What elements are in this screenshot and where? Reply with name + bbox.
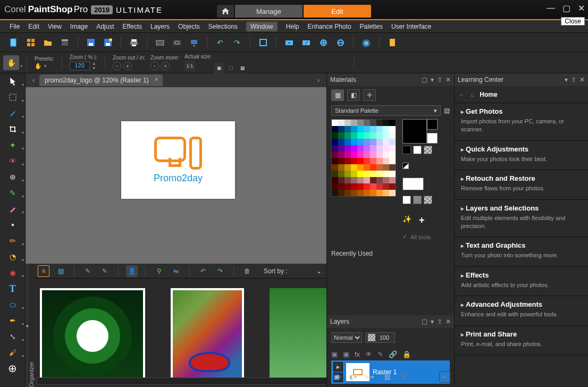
flood-fill-tool[interactable]: ◉▾ (5, 265, 21, 280)
panel-menu-icon[interactable]: ▾ (565, 76, 568, 83)
window-close-button[interactable]: ✕ (578, 3, 585, 13)
thumb-item[interactable] (40, 288, 145, 377)
instant-effects-button[interactable]: ◉ (360, 36, 373, 49)
org-people-button[interactable]: 👤 (126, 265, 138, 277)
swatch-cell[interactable] (345, 164, 351, 171)
swatch-cell[interactable] (370, 139, 376, 145)
color-swatch-grid[interactable] (331, 119, 396, 197)
org-share-button[interactable]: ⇋ (170, 265, 182, 277)
swatch-cell[interactable] (338, 126, 345, 132)
swatch-cell[interactable] (364, 145, 370, 152)
canvas-area[interactable]: Promo2day (26, 87, 326, 264)
swatch-cell[interactable] (376, 190, 383, 196)
bg-mini-1[interactable] (427, 119, 438, 130)
magic-wand-icon[interactable]: ✨ (402, 215, 411, 226)
zoom-out-sm-button[interactable]: − (113, 62, 121, 70)
org-auto-button[interactable]: ✎ (82, 265, 94, 277)
swatch-cell[interactable] (389, 164, 396, 171)
swatch-cell[interactable] (389, 190, 396, 196)
swatch-cell[interactable] (357, 183, 364, 190)
swatch-cell[interactable] (332, 132, 338, 139)
menu-adjust[interactable]: Adjust (96, 23, 114, 30)
swatch-cell[interactable] (332, 120, 338, 126)
swatch-cell[interactable] (357, 126, 364, 132)
swatch-cell[interactable] (383, 171, 389, 177)
add-tools-button[interactable]: ⊕ (5, 361, 21, 376)
bg-mini-2[interactable] (427, 133, 438, 144)
swatch-cell[interactable] (370, 126, 376, 132)
panel-pin-icon[interactable]: ⇧ (437, 318, 442, 325)
swatch-cell[interactable] (389, 152, 396, 158)
swatch-cell[interactable] (357, 164, 364, 171)
swatch-cell[interactable] (332, 164, 338, 171)
blend-mode-dropdown[interactable]: Normal (331, 332, 362, 343)
swatch-cell[interactable] (364, 139, 370, 145)
swatch-cell[interactable] (351, 190, 357, 196)
swatch-cell[interactable] (376, 171, 383, 177)
swatch-cell[interactable] (364, 158, 370, 164)
pointer-tool[interactable]: ▾ (5, 74, 21, 89)
swatch-cell[interactable] (351, 158, 357, 164)
swatch-cell[interactable] (370, 190, 376, 196)
maximize-workspace-button[interactable] (257, 36, 270, 49)
swatch-cell[interactable] (389, 158, 396, 164)
swatch-cell[interactable] (364, 126, 370, 132)
swatch-cell[interactable] (357, 158, 364, 164)
opacity-input[interactable] (375, 334, 390, 341)
swatch-cell[interactable] (338, 132, 345, 139)
redeye-tool[interactable]: 👁▾ (5, 154, 21, 169)
swatch-cell[interactable] (383, 158, 389, 164)
menu-user-interface[interactable]: User Interface (391, 23, 431, 30)
swatch-cell[interactable] (338, 120, 345, 126)
swatch-cell[interactable] (364, 120, 370, 126)
fit-screen-button[interactable]: ⬚ (225, 63, 236, 73)
fit-image-button[interactable]: ▦ (237, 63, 248, 73)
menu-layers[interactable]: Layers (150, 23, 170, 30)
learn-section[interactable]: Layers and SelectionsEdit multiple eleme… (455, 200, 588, 238)
zoom-more-in-button[interactable]: + (161, 62, 170, 70)
org-location-button[interactable]: ⚲ (153, 265, 165, 277)
swatch-cell[interactable] (383, 132, 389, 139)
zoom-pct-up[interactable]: ▲ (92, 61, 96, 66)
swatch-cell[interactable] (370, 171, 376, 177)
swap-colors-icon[interactable] (402, 163, 409, 169)
dropper-tool[interactable]: ▾ (5, 106, 21, 121)
swatch-transparent-2[interactable] (424, 196, 432, 204)
learn-section[interactable]: Print and SharePrint, e-mail, and share … (455, 326, 588, 355)
swatch-black[interactable] (402, 146, 411, 154)
camera-button[interactable] (171, 36, 183, 49)
zoom-out-button[interactable]: ⊖ (334, 36, 347, 49)
org-detail-view-button[interactable]: ▤ (55, 265, 66, 277)
swatch-cell[interactable] (351, 139, 357, 145)
swatch-cell[interactable] (332, 177, 338, 183)
panel-pin-icon[interactable]: ⇧ (437, 76, 442, 83)
tab-prev-button[interactable]: ‹ (28, 77, 39, 84)
workspace-edit-tab[interactable]: Edit (303, 4, 372, 18)
menu-view[interactable]: View (48, 23, 62, 30)
palette-dropdown[interactable]: Standard Palette▾ (331, 105, 441, 116)
sort-dropdown[interactable]: ⌄ (316, 267, 322, 275)
saveas-button[interactable] (102, 36, 114, 49)
org-tag-button[interactable]: ✎ (99, 265, 111, 277)
learn-section[interactable]: Retouch and RestoreRemove flaws from you… (455, 170, 588, 199)
swatch-cell[interactable] (332, 183, 338, 190)
swatch-cell[interactable] (364, 190, 370, 196)
document-tab[interactable]: promo2day_logo @ 120% (Raster 1) ✕ (39, 74, 163, 86)
swatch-cell[interactable] (338, 145, 345, 152)
swatch-cell[interactable] (383, 145, 389, 152)
palette-menu-icon[interactable]: ▤ (444, 107, 450, 114)
lock-button[interactable]: 🔒 (402, 350, 411, 358)
learn-section[interactable]: EffectsAdd artistic effects to your phot… (455, 267, 588, 296)
airbrush-tool[interactable] (5, 217, 21, 232)
swatch-cell[interactable] (376, 164, 383, 171)
swatch-transparent[interactable] (424, 146, 432, 154)
swatch-cell[interactable] (345, 145, 351, 152)
swatch-cell[interactable] (345, 177, 351, 183)
swatch-cell[interactable] (345, 183, 351, 190)
swatch-cell[interactable] (345, 132, 351, 139)
swatch-white-2[interactable] (402, 196, 411, 204)
swatch-cell[interactable] (376, 120, 383, 126)
menu-window[interactable]: Window (246, 22, 278, 31)
swatch-cell[interactable] (338, 183, 345, 190)
swatch-cell[interactable] (332, 126, 338, 132)
